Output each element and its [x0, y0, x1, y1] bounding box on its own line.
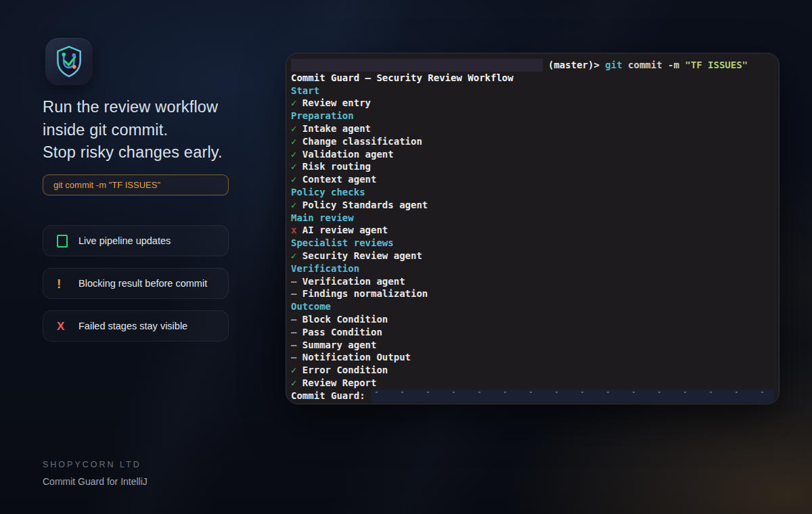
stage-item-label: Verification agent [302, 275, 405, 288]
git-command-args: commit -m [623, 59, 685, 72]
headline-line: Stop risky changes early. [43, 141, 252, 164]
stage-item-label: Review Report [302, 377, 377, 390]
terminal-prompt-line: (master)> git commit -m "TF ISSUES" [291, 59, 774, 72]
ok-status-icon: ✓ [291, 199, 302, 212]
ok-status-icon: ✓ [291, 97, 302, 110]
ok-status-icon: ✓ [291, 160, 302, 173]
exclamation-icon: ! [57, 277, 78, 290]
stage-item-label: Security Review agent [302, 250, 422, 262]
terminal-line-pend: – Findings normalization [291, 287, 774, 300]
pend-status-icon: – [291, 351, 302, 364]
headline: Run the review workflow inside git commi… [43, 96, 252, 164]
terminal-line-stage: Preparation [291, 110, 774, 122]
terminal-line-ok: ✓ Review entry [291, 97, 774, 110]
terminal-line-stage: Verification [291, 262, 774, 275]
feature-card-blocking-result: ! Blocking result before commit [43, 268, 229, 299]
feature-label: Failed stages stay visible [78, 321, 187, 331]
terminal-line-stage: Main review [291, 212, 774, 225]
terminal-line-title: Commit Guard – Security Review Workflow [291, 72, 774, 85]
feature-label: Live pipeline updates [78, 235, 171, 246]
terminal-lines: Commit Guard – Security Review WorkflowS… [291, 72, 774, 404]
stage-item-label: Risk routing [302, 160, 371, 173]
terminal-line-stage: Start [291, 85, 774, 97]
stage-item-label: Context agent [302, 173, 377, 186]
feature-card-failed-stages: X Failed stages stay visible [43, 310, 229, 342]
git-command-value: git commit -m "TF ISSUES" [53, 180, 160, 190]
ok-status-icon: ✓ [291, 173, 302, 186]
stage-item-label: AI review agent [302, 224, 388, 237]
terminal-window[interactable]: (master)> git commit -m "TF ISSUES" Comm… [286, 53, 780, 404]
ok-status-icon: ✓ [291, 377, 302, 390]
terminal-line-ok: ✓ Risk routing [291, 160, 774, 173]
terminal-line-ok: ✓ Security Review agent [291, 250, 774, 262]
terminal-line-stage: Outcome [291, 300, 774, 313]
stage-item-label: Pass Condition [302, 326, 382, 339]
terminal-line-ok: ✓ Change classification [291, 135, 774, 148]
ok-status-icon: ✓ [291, 148, 302, 161]
stage-item-label: Summary agent [302, 339, 377, 352]
headline-line: inside git commit. [43, 119, 252, 142]
pend-status-icon: – [291, 275, 302, 288]
ok-status-icon: ✓ [291, 364, 302, 377]
page: { "hero": { "headline_line1": "Run the r… [0, 0, 812, 514]
result-label: Commit Guard: [291, 390, 365, 402]
terminal-line-pend: – Pass Condition [291, 326, 774, 339]
headline-line: Run the review workflow [43, 96, 252, 119]
feature-card-live-updates: Live pipeline updates [43, 225, 229, 256]
stage-item-label: Block Condition [302, 313, 388, 326]
pend-status-icon: – [291, 339, 302, 352]
x-icon: X [57, 321, 78, 332]
terminal-line-ok: ✓ Validation agent [291, 148, 774, 161]
terminal-line-fail: x AI review agent [291, 224, 774, 237]
terminal-line-ok: ✓ Intake agent [291, 122, 774, 135]
stage-item-label: Notification Output [302, 351, 411, 364]
terminal-line-stage: Specialist reviews [291, 237, 774, 250]
terminal-line-pend: – Notification Output [291, 351, 774, 364]
terminal-line-ok: ✓ Context agent [291, 173, 774, 186]
stage-item-label: Validation agent [302, 148, 394, 161]
ok-status-icon: ✓ [291, 122, 302, 135]
stage-item-label: Change classification [302, 135, 422, 148]
terminal-line-ok: ✓ Error Condition [291, 364, 774, 377]
stage-item-label: Findings normalization [302, 287, 428, 300]
pend-status-icon: – [291, 287, 302, 300]
terminal-line-stage: Policy checks [291, 186, 774, 199]
ok-status-icon: ✓ [291, 250, 302, 262]
terminal-line-clipped: $ git commit -m "TF ISSUES" [291, 402, 774, 404]
git-command-token: git [605, 59, 622, 72]
pend-status-icon: – [291, 313, 302, 326]
git-command-input[interactable]: git commit -m "TF ISSUES" [43, 174, 229, 195]
square-outline-icon [57, 235, 78, 248]
app-logo [45, 38, 93, 85]
fail-status-icon: x [291, 224, 302, 237]
terminal-line-ok: ✓ Policy Standards agent [291, 199, 774, 212]
terminal-line-pend: – Summary agent [291, 339, 774, 352]
stage-item-label: Intake agent [302, 122, 371, 135]
stage-item-label: Error Condition [302, 364, 388, 377]
terminal-line-result: Commit Guard: [291, 390, 774, 402]
stage-item-label: Review entry [302, 97, 371, 110]
git-branch-prompt: (master)> [548, 59, 605, 72]
company-name: SHOPYCORN LTD [43, 460, 141, 469]
feature-label: Blocking result before commit [78, 278, 207, 289]
stage-item-label: Policy Standards agent [302, 199, 428, 212]
terminal-line-pend: – Verification agent [291, 275, 774, 288]
commit-message-token: "TF ISSUES" [685, 59, 748, 72]
terminal-line-pend: – Block Condition [291, 313, 774, 326]
terminal-line-ok: ✓ Review Report [291, 377, 774, 390]
shield-check-icon [53, 45, 85, 78]
product-name: Commit Guard for IntelliJ [43, 476, 148, 487]
pend-status-icon: – [291, 326, 302, 339]
ok-status-icon: ✓ [291, 135, 302, 148]
selection-strip [371, 390, 774, 402]
selection-strip [291, 59, 543, 72]
